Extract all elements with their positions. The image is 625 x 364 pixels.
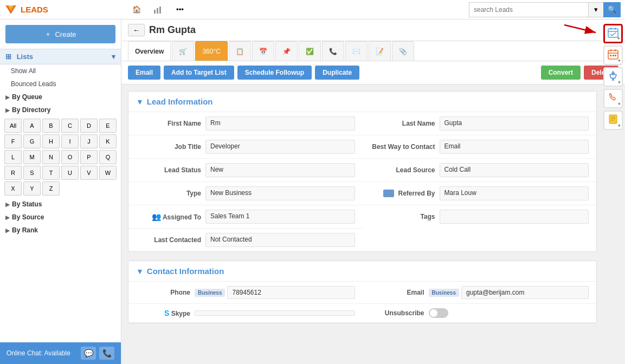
dir-btn-o[interactable]: O — [61, 150, 79, 164]
search-input[interactable] — [469, 2, 588, 17]
tab-360[interactable]: 360°C — [195, 41, 228, 61]
dir-btn-all[interactable]: All — [4, 119, 22, 133]
email-button[interactable]: Email — [128, 66, 160, 80]
section-toggle-lead[interactable]: ▼ — [136, 98, 144, 106]
tab-phone[interactable]: 📞 — [322, 41, 344, 61]
schedule-followup-button[interactable]: Schedule Followup — [237, 66, 312, 80]
dir-btn-g[interactable]: G — [23, 134, 41, 148]
email-value[interactable]: gupta@berijam.com — [461, 286, 589, 299]
tab-calendar[interactable]: 📅 — [252, 41, 274, 61]
chat-message-button[interactable]: 💬 — [81, 347, 96, 360]
tab-attach[interactable]: 📎 — [392, 41, 414, 61]
tab-pin[interactable]: 📌 — [275, 41, 298, 61]
dir-btn-l[interactable]: L — [4, 150, 22, 164]
chevron-down-icon: ▾ — [112, 53, 115, 61]
dir-btn-u[interactable]: U — [61, 166, 79, 180]
dir-btn-k[interactable]: K — [99, 134, 117, 148]
first-name-value[interactable]: Rm — [205, 116, 355, 131]
phone-value[interactable]: 78945612 — [227, 286, 355, 299]
dir-btn-n[interactable]: N — [42, 150, 60, 164]
add-calendar-grid-button[interactable]: + — [603, 46, 623, 65]
dir-btn-w[interactable]: W — [99, 166, 117, 180]
best-way-label: Best Way to Contact — [370, 143, 435, 151]
sidebar-section-by-directory[interactable]: ▶ By Directory — [0, 103, 121, 116]
dir-btn-m[interactable]: M — [23, 150, 41, 164]
assigned-icon: 👥 — [152, 212, 161, 221]
dir-btn-r[interactable]: R — [4, 166, 22, 180]
tab-list[interactable]: 📋 — [229, 41, 251, 61]
dir-btn-a[interactable]: A — [23, 119, 41, 133]
dir-btn-j[interactable]: J — [80, 134, 98, 148]
tab-check[interactable]: ✅ — [299, 41, 321, 61]
tags-value[interactable] — [440, 210, 589, 224]
add-call-button[interactable]: + — [603, 89, 623, 108]
tab-overview[interactable]: Overview — [128, 41, 171, 61]
referred-by-label: Referred By — [370, 190, 435, 198]
chart-button[interactable] — [149, 2, 168, 18]
sidebar-section-by-queue[interactable]: ▶ By Queue — [0, 90, 121, 103]
arrow-icon-status: ▶ — [5, 202, 10, 207]
sidebar-section-by-source[interactable]: ▶ By Source — [0, 211, 121, 224]
top-nav: 🏠 ••• — [127, 2, 466, 18]
last-contacted-row: Last Contacted Not Contacted — [128, 229, 363, 251]
add-to-target-button[interactable]: Add to Target List — [164, 66, 234, 80]
home-button[interactable]: 🏠 — [127, 2, 146, 18]
type-value[interactable]: New Business — [205, 186, 355, 200]
job-title-value[interactable]: Developer — [205, 140, 355, 154]
dir-btn-s[interactable]: S — [23, 166, 41, 180]
lists-header[interactable]: ⊞ Lists ▾ — [0, 49, 121, 64]
more-icon: ••• — [176, 5, 184, 14]
content-body: ▼ Lead Information First Name Rm Job Tit… — [121, 84, 625, 364]
dir-btn-i[interactable]: I — [61, 134, 79, 148]
dir-btn-h[interactable]: H — [42, 134, 60, 148]
lead-source-value[interactable]: Cold Call — [440, 163, 589, 177]
skype-field — [195, 310, 355, 316]
tab-cart[interactable]: 🛒 — [172, 41, 194, 61]
search-bar: ▾ 🔍 — [469, 2, 621, 17]
section-toggle-contact[interactable]: ▼ — [136, 267, 144, 276]
sidebar-section-by-rank[interactable]: ▶ By Rank — [0, 224, 121, 237]
dir-btn-t[interactable]: T — [42, 166, 60, 180]
tab-bar: Overview 🛒 360°C 📋 📅 📌 ✅ — [121, 41, 625, 61]
dir-btn-x[interactable]: X — [4, 181, 22, 196]
sidebar-item-show-all[interactable]: Show All — [0, 64, 121, 77]
dir-btn-q[interactable]: Q — [99, 150, 117, 164]
convert-button[interactable]: Convert — [541, 66, 581, 80]
create-button[interactable]: ＋ Create — [5, 25, 115, 43]
lead-information-section: ▼ Lead Information First Name Rm Job Tit… — [128, 91, 597, 252]
add-pin-button[interactable]: + — [603, 67, 623, 87]
plus-icon: ＋ — [44, 29, 51, 39]
tab-email[interactable]: ✉️ — [345, 41, 368, 61]
duplicate-button[interactable]: Duplicate — [315, 66, 359, 80]
dir-btn-p[interactable]: P — [80, 150, 98, 164]
dir-btn-y[interactable]: Y — [23, 181, 41, 196]
referred-by-value[interactable]: Mara Louw — [440, 186, 589, 200]
note-right-icon — [608, 114, 618, 127]
add-calendar-event-button[interactable]: + — [603, 24, 623, 43]
note-tab-icon: 📝 — [376, 48, 384, 55]
dir-btn-c[interactable]: C — [61, 119, 79, 133]
best-way-value[interactable]: Email — [440, 140, 589, 154]
tab-note[interactable]: 📝 — [369, 41, 391, 61]
back-button[interactable]: ← — [128, 24, 145, 36]
unsubscribe-toggle[interactable] — [429, 308, 448, 318]
dir-btn-z[interactable]: Z — [42, 181, 60, 196]
dir-btn-d[interactable]: D — [80, 119, 98, 133]
last-contacted-value[interactable]: Not Contacted — [205, 233, 355, 247]
chat-phone-button[interactable]: 📞 — [99, 347, 114, 360]
add-note-button[interactable]: + — [603, 110, 623, 130]
assigned-to-value[interactable]: Sales Team 1 — [205, 210, 355, 224]
search-submit-button[interactable]: 🔍 — [603, 2, 621, 17]
dir-btn-f[interactable]: F — [4, 134, 22, 148]
more-button[interactable]: ••• — [170, 2, 190, 18]
dir-btn-e[interactable]: E — [99, 119, 117, 133]
sidebar-item-bounced-leads[interactable]: Bounced Leads — [0, 77, 121, 90]
dir-btn-b[interactable]: B — [42, 119, 60, 133]
lead-status-value[interactable]: New — [205, 163, 355, 177]
dir-btn-v[interactable]: V — [80, 166, 98, 180]
section-header-lead: ▼ Lead Information — [128, 92, 596, 112]
sidebar-section-by-status[interactable]: ▶ By Status — [0, 198, 121, 211]
search-dropdown-button[interactable]: ▾ — [588, 2, 603, 17]
best-way-row: Best Way to Contact Email — [363, 135, 597, 159]
last-name-value[interactable]: Gupta — [440, 116, 589, 131]
